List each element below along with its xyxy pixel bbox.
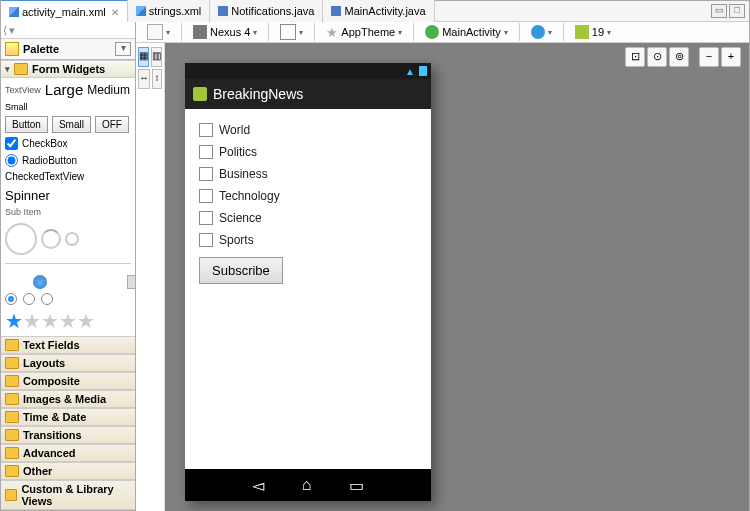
widget-button-small[interactable]: Small bbox=[52, 116, 91, 133]
topic-science[interactable]: Science bbox=[199, 207, 417, 229]
tab-notifications-java[interactable]: Notifications.java bbox=[210, 0, 323, 22]
checkbox-row[interactable]: CheckBoxRadioButton bbox=[5, 137, 131, 167]
zoom-in-button[interactable]: + bbox=[721, 47, 741, 67]
palette-nav: ⟨ ▾ bbox=[1, 22, 135, 39]
activity-label: MainActivity bbox=[442, 26, 501, 38]
minimize-button[interactable]: ▭ bbox=[711, 4, 727, 18]
xml-file-icon bbox=[9, 7, 19, 17]
tab-label: activity_main.xml bbox=[22, 6, 106, 18]
zoom-real-button[interactable]: ⊚ bbox=[669, 47, 689, 67]
view-normal-button[interactable]: ▦ bbox=[138, 47, 149, 67]
widget-button-off[interactable]: OFF bbox=[95, 116, 129, 133]
section-images-media[interactable]: Images & Media bbox=[1, 390, 135, 408]
topic-technology[interactable]: Technology bbox=[199, 185, 417, 207]
widget-radiobutton[interactable]: RadioButton bbox=[5, 154, 77, 167]
zoom-100-button[interactable]: ⊙ bbox=[647, 47, 667, 67]
section-other[interactable]: Other bbox=[1, 462, 135, 480]
section-form-widgets[interactable]: ▾Form Widgets bbox=[1, 60, 135, 78]
nav-recent-icon[interactable]: ▭ bbox=[349, 476, 364, 495]
checkbox-icon[interactable] bbox=[199, 189, 213, 203]
widget-ratingbar[interactable]: ★★★★★ bbox=[5, 309, 131, 333]
widget-checkedtextview[interactable]: CheckedTextView bbox=[5, 171, 131, 182]
device-canvas[interactable]: ▲ BreakingNews WorldPoliticsBusinessTech… bbox=[165, 43, 749, 511]
api-dropdown[interactable]: 19▾ bbox=[570, 23, 616, 41]
palette-header: Palette ▾ bbox=[1, 39, 135, 60]
section-composite[interactable]: Composite bbox=[1, 372, 135, 390]
checkbox-icon[interactable] bbox=[199, 233, 213, 247]
checkbox-icon[interactable] bbox=[199, 167, 213, 181]
section-label: Layouts bbox=[23, 357, 65, 369]
section-time-date[interactable]: Time & Date bbox=[1, 408, 135, 426]
android-icon bbox=[575, 25, 589, 39]
section-transitions[interactable]: Transitions bbox=[1, 426, 135, 444]
widget-progress[interactable] bbox=[5, 223, 131, 255]
activity-dropdown[interactable]: MainActivity▾ bbox=[420, 23, 513, 41]
section-text-fields[interactable]: Text Fields bbox=[1, 336, 135, 354]
theme-label: AppTheme bbox=[341, 26, 395, 38]
palette-menu-button[interactable]: ▾ bbox=[115, 42, 131, 56]
textview-row[interactable]: TextView Large Medium Small bbox=[5, 81, 131, 112]
textview-label: TextView bbox=[5, 85, 41, 95]
device-dropdown[interactable]: Nexus 4▾ bbox=[188, 23, 262, 41]
toggle-height-button[interactable]: ↕ bbox=[152, 69, 162, 89]
folder-icon bbox=[5, 411, 19, 423]
folder-icon bbox=[5, 393, 19, 405]
nav-back-icon[interactable]: ◅ bbox=[252, 476, 264, 495]
config-dropdown[interactable]: ▾ bbox=[142, 22, 175, 42]
section-layouts[interactable]: Layouts bbox=[1, 354, 135, 372]
section-label: Custom & Library Views bbox=[21, 483, 131, 507]
api-label: 19 bbox=[592, 26, 604, 38]
subscribe-button[interactable]: Subscribe bbox=[199, 257, 283, 284]
orientation-dropdown[interactable]: ▾ bbox=[275, 22, 308, 42]
tab-strings-xml[interactable]: strings.xml bbox=[128, 0, 211, 22]
design-toolbar: ▾ Nexus 4▾ ▾ ★AppTheme▾ MainActivity▾ ▾ … bbox=[136, 22, 749, 43]
checkbox-icon[interactable] bbox=[199, 211, 213, 225]
java-file-icon bbox=[331, 6, 341, 16]
section-custom-library-views[interactable]: Custom & Library Views bbox=[1, 480, 135, 510]
wifi-icon: ▲ bbox=[405, 66, 415, 77]
tab-label: MainActivity.java bbox=[344, 5, 425, 17]
history-icon[interactable]: ▾ bbox=[9, 24, 15, 37]
maximize-button[interactable]: □ bbox=[729, 4, 745, 18]
topic-label: World bbox=[219, 123, 250, 137]
widget-checkbox[interactable]: CheckBox bbox=[5, 137, 68, 150]
close-icon[interactable]: ✕ bbox=[111, 7, 119, 18]
folder-icon bbox=[5, 489, 17, 501]
topic-business[interactable]: Business bbox=[199, 163, 417, 185]
section-advanced[interactable]: Advanced bbox=[1, 444, 135, 462]
activity-icon bbox=[425, 25, 439, 39]
design-area: ▾ Nexus 4▾ ▾ ★AppTheme▾ MainActivity▾ ▾ … bbox=[136, 22, 749, 510]
topic-world[interactable]: World bbox=[199, 119, 417, 141]
phone-navbar: ◅ ⌂ ▭ bbox=[185, 469, 431, 501]
locale-dropdown[interactable]: ▾ bbox=[526, 23, 557, 41]
zoom-out-button[interactable]: − bbox=[699, 47, 719, 67]
checkbox-icon[interactable] bbox=[199, 123, 213, 137]
tab-mainactivity-java[interactable]: MainActivity.java bbox=[323, 0, 434, 22]
tab-activity-main-xml[interactable]: activity_main.xml✕ bbox=[1, 0, 128, 24]
back-icon[interactable]: ⟨ bbox=[3, 24, 7, 37]
widget-spinner[interactable]: Spinner bbox=[5, 188, 131, 203]
toggle-width-button[interactable]: ↔ bbox=[138, 69, 150, 89]
widget-radiogroup[interactable] bbox=[5, 293, 131, 305]
folder-icon bbox=[5, 465, 19, 477]
view-outline-button[interactable]: ▥ bbox=[151, 47, 162, 67]
topic-politics[interactable]: Politics bbox=[199, 141, 417, 163]
editor-tabs: activity_main.xml✕ strings.xml Notificat… bbox=[1, 1, 749, 22]
topic-label: Business bbox=[219, 167, 268, 181]
topic-label: Science bbox=[219, 211, 262, 225]
palette-panel: ⟨ ▾ Palette ▾ ▾Form Widgets TextView Lar… bbox=[1, 22, 136, 510]
button-row[interactable]: ButtonSmallOFF bbox=[5, 116, 131, 133]
nav-home-icon[interactable]: ⌂ bbox=[302, 476, 312, 494]
widget-subitem[interactable]: Sub Item bbox=[5, 207, 131, 217]
phone-body[interactable]: WorldPoliticsBusinessTechnologyScienceSp… bbox=[185, 109, 431, 469]
theme-dropdown[interactable]: ★AppTheme▾ bbox=[321, 23, 407, 42]
widget-button[interactable]: Button bbox=[5, 116, 48, 133]
folder-icon bbox=[5, 357, 19, 369]
folder-icon bbox=[14, 63, 28, 75]
topic-label: Technology bbox=[219, 189, 280, 203]
java-file-icon bbox=[218, 6, 228, 16]
topic-sports[interactable]: Sports bbox=[199, 229, 417, 251]
zoom-fit-button[interactable]: ⊡ bbox=[625, 47, 645, 67]
section-label: Images & Media bbox=[23, 393, 106, 405]
checkbox-icon[interactable] bbox=[199, 145, 213, 159]
